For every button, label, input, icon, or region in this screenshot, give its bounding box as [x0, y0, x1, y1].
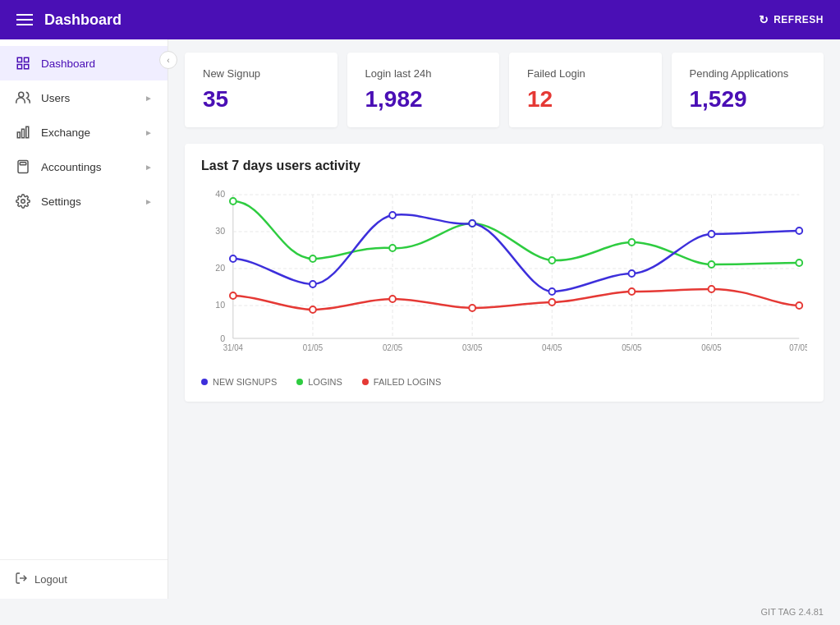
main-layout: ‹ Dashboard [0, 39, 840, 599]
calculator-icon [15, 159, 31, 175]
sidebar-item-dashboard[interactable]: Dashboard [0, 46, 168, 80]
stat-label: New Signup [203, 67, 319, 80]
page-footer: GIT TAG 2.4.81 [0, 599, 840, 625]
sidebar-item-exchange[interactable]: Exchange ► [0, 115, 168, 149]
svg-point-62 [469, 305, 475, 311]
svg-point-53 [389, 212, 396, 218]
svg-point-59 [230, 292, 236, 299]
page-title: Dashboard [44, 11, 122, 29]
activity-chart: .grid-line { stroke: #e8e8e8; stroke-wid… [201, 186, 807, 367]
sidebar-item-label: Accountings [41, 161, 102, 173]
svg-rect-9 [20, 163, 26, 165]
svg-point-45 [389, 245, 396, 251]
stat-value: 1,982 [365, 86, 482, 113]
svg-text:03/05: 03/05 [462, 343, 483, 352]
stat-label: Failed Login [527, 67, 644, 80]
logout-icon [15, 572, 28, 587]
svg-text:04/05: 04/05 [542, 343, 562, 352]
refresh-button[interactable]: ↻ REFRESH [759, 13, 824, 26]
sidebar: ‹ Dashboard [0, 39, 168, 599]
svg-rect-2 [17, 65, 21, 69]
chart-legend: NEW SIGNUPS LOGINS FAILED LOGINS [201, 377, 807, 387]
svg-point-66 [796, 302, 802, 309]
legend-item-failed-logins: FAILED LOGINS [362, 377, 442, 387]
svg-rect-5 [17, 132, 20, 138]
main-content: New Signup 35 Login last 24h 1,982 Faile… [168, 39, 840, 599]
svg-rect-0 [17, 57, 21, 62]
svg-point-16 [21, 200, 25, 204]
sidebar-collapse-button[interactable]: ‹ [159, 51, 177, 69]
stat-cards-row: New Signup 35 Login last 24h 1,982 Faile… [185, 53, 824, 127]
svg-point-52 [310, 281, 316, 287]
svg-text:10: 10 [215, 300, 225, 310]
sidebar-item-label: Users [41, 92, 70, 104]
chart-section: Last 7 days users activity .grid-line { … [185, 144, 824, 402]
legend-label-signups: NEW SIGNUPS [213, 377, 277, 387]
sidebar-item-accountings[interactable]: Accountings ► [0, 149, 168, 184]
svg-point-54 [469, 220, 475, 227]
svg-text:40: 40 [215, 189, 225, 199]
sidebar-item-label: Dashboard [41, 57, 95, 70]
sidebar-item-settings[interactable]: Settings ► [0, 184, 168, 218]
bar-chart-icon [15, 124, 31, 140]
refresh-label: REFRESH [773, 14, 824, 25]
sidebar-item-label: Settings [41, 195, 81, 208]
svg-point-50 [796, 260, 802, 266]
svg-text:20: 20 [215, 263, 225, 273]
svg-rect-3 [25, 65, 29, 69]
logout-label: Logout [34, 573, 67, 586]
legend-item-signups: NEW SIGNUPS [201, 377, 277, 387]
chevron-right-icon: ► [145, 163, 153, 172]
chart-title: Last 7 days users activity [201, 159, 807, 173]
grid-icon [15, 55, 31, 71]
header-left: Dashboard [16, 11, 122, 29]
svg-point-60 [310, 306, 316, 313]
stat-label: Pending Applications [690, 67, 806, 80]
stat-value: 12 [527, 86, 644, 113]
svg-point-56 [628, 270, 635, 277]
sidebar-item-users[interactable]: Users ► [0, 80, 168, 115]
svg-text:05/05: 05/05 [622, 343, 642, 352]
svg-rect-6 [22, 129, 25, 138]
git-tag: GIT TAG 2.4.81 [761, 607, 824, 617]
legend-item-logins: LOGINS [296, 377, 342, 387]
svg-point-58 [796, 227, 802, 234]
refresh-icon: ↻ [759, 13, 769, 26]
chevron-right-icon: ► [145, 128, 153, 137]
svg-point-64 [628, 288, 635, 295]
svg-text:01/05: 01/05 [303, 343, 324, 352]
svg-point-51 [230, 255, 236, 262]
chevron-right-icon: ► [145, 94, 153, 103]
svg-point-44 [310, 255, 316, 262]
svg-point-48 [628, 239, 635, 246]
hamburger-menu[interactable] [16, 14, 33, 25]
legend-dot-signups [201, 379, 208, 385]
sidebar-nav: Dashboard Users ► [0, 39, 168, 559]
chart-container: .grid-line { stroke: #e8e8e8; stroke-wid… [201, 186, 807, 367]
svg-text:07/05: 07/05 [789, 343, 807, 352]
stat-card-new-signup: New Signup 35 [185, 53, 337, 127]
svg-point-55 [549, 288, 555, 295]
top-header: Dashboard ↻ REFRESH [0, 0, 840, 39]
svg-text:30: 30 [215, 226, 225, 236]
users-icon [15, 90, 31, 106]
stat-card-login-24h: Login last 24h 1,982 [347, 53, 500, 127]
svg-point-47 [549, 257, 555, 264]
stat-card-pending-apps: Pending Applications 1,529 [672, 53, 824, 127]
stat-card-failed-login: Failed Login 12 [509, 53, 662, 127]
svg-text:0: 0 [220, 333, 225, 343]
svg-point-57 [709, 231, 715, 237]
svg-point-61 [389, 296, 396, 302]
svg-text:02/05: 02/05 [383, 343, 403, 352]
svg-text:06/05: 06/05 [701, 343, 722, 352]
logout-button[interactable]: Logout [15, 572, 67, 587]
legend-dot-logins [296, 379, 303, 385]
sidebar-item-label: Exchange [41, 126, 90, 139]
sidebar-footer: Logout [0, 559, 168, 599]
svg-text:31/04: 31/04 [223, 343, 244, 352]
legend-dot-failed-logins [362, 379, 369, 385]
legend-label-logins: LOGINS [308, 377, 342, 387]
chevron-right-icon: ► [145, 197, 153, 206]
stat-value: 1,529 [690, 86, 806, 113]
svg-point-49 [709, 261, 715, 268]
